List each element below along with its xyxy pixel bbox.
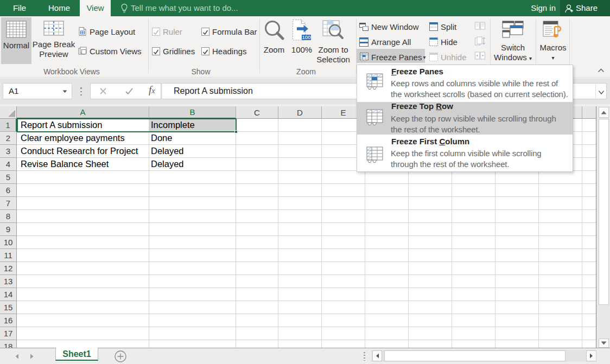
svg-text:100: 100 [302, 34, 311, 40]
